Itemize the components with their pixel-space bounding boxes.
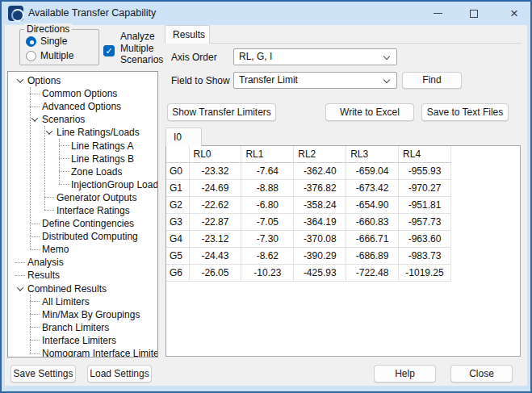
tree-item-advanced-options[interactable]: Advanced Options [8,100,157,113]
grid-cell[interactable]: -963.60 [399,230,451,247]
grid-cell[interactable]: -8.62 [241,247,294,264]
tree-item-line-ratings-b[interactable]: Line Ratings B [8,153,157,165]
grid-cell[interactable]: -654.90 [346,196,399,213]
find-button[interactable]: Find [402,72,462,89]
window-title: Available Transfer Capability [28,2,156,25]
tree-item-distributed-computing[interactable]: Distributed Computing [8,230,157,243]
chevron-down-icon[interactable] [29,114,40,125]
tree-item-branch-limiters[interactable]: Branch Limiters [8,321,157,334]
chevron-down-icon[interactable] [15,283,26,295]
grid-cell[interactable]: -362.40 [294,162,346,179]
tree-item-combined-results[interactable]: Combined Results [8,282,157,295]
grid-cell[interactable]: -376.82 [294,179,346,196]
tree-item-common-options[interactable]: Common Options [8,87,157,100]
grid-cell[interactable]: -970.27 [399,179,451,196]
tree-item-options[interactable]: Options [8,74,157,87]
write-to-excel-button[interactable]: Write to Excel [325,103,414,121]
show-transfer-limiters-button[interactable]: Show Transfer Limiters [167,103,276,121]
radio-multiple[interactable]: Multiple [26,50,73,61]
options-tree[interactable]: OptionsCommon OptionsAdvanced OptionsSce… [7,71,158,357]
grid-cell[interactable]: -666.71 [346,230,399,247]
grid-cell[interactable]: -10.23 [241,264,294,281]
save-to-text-files-button[interactable]: Save to Text Files [421,103,509,121]
radio-multiple-indicator[interactable] [26,51,36,61]
tree-item-line-ratings-loads[interactable]: Line Ratings/Loads [8,126,157,139]
tree-item-generator-outputs[interactable]: Generator Outputs [8,191,157,204]
tree-connector [58,166,69,178]
grid-cell[interactable]: -6.80 [241,196,294,213]
results-grid-container[interactable]: RL0RL1RL2RL3RL4G0-23.32-7.64-362.40-659.… [165,145,521,357]
help-button[interactable]: Help [374,365,436,383]
grid-cell[interactable]: -370.08 [294,230,346,247]
minimize-button[interactable] [425,2,450,25]
grid-cell[interactable]: -951.81 [399,196,451,213]
analyze-checkbox[interactable]: ✓ [103,45,115,56]
grid-cell[interactable]: -1019.25 [399,264,451,281]
radio-single[interactable]: Single [26,36,67,47]
grid-col-header[interactable]: RL1 [241,146,294,162]
tree-item-analysis[interactable]: Analysis [8,256,157,269]
chevron-down-icon[interactable] [15,75,26,86]
grid-cell[interactable]: -26.05 [189,264,241,281]
save-settings-button[interactable]: Save Settings [10,365,76,383]
grid-cell[interactable]: -23.12 [189,230,241,247]
grid-col-header[interactable]: RL2 [294,146,346,162]
tree-connector [29,309,40,320]
tab-i0[interactable]: I0 [165,128,202,146]
tree-item-interface-limiters[interactable]: Interface Limiters [8,334,157,347]
grid-col-header[interactable]: RL3 [346,146,399,162]
close-button[interactable]: Close [450,365,513,383]
tree-item-results[interactable]: Results [8,269,157,282]
grid-cell[interactable]: -686.89 [346,247,399,264]
grid-cell[interactable]: -22.87 [189,213,241,230]
tree-item-line-ratings-a[interactable]: Line Ratings A [8,139,157,152]
grid-row-header[interactable]: G0 [166,162,189,179]
grid-cell[interactable]: -673.42 [346,179,399,196]
grid-cell[interactable]: -722.48 [346,264,399,281]
grid-cell[interactable]: -7.30 [241,230,294,247]
grid-row-header[interactable]: G5 [166,247,189,264]
tree-item-memo[interactable]: Memo [8,243,157,256]
grid-col-header[interactable]: RL4 [399,146,451,162]
tree-item-min-max-by-groupings[interactable]: Min/Max By Groupings [8,308,157,321]
grid-cell[interactable]: -957.73 [399,213,451,230]
grid-cell[interactable]: -7.64 [241,162,294,179]
maximize-button[interactable] [461,2,487,25]
grid-row-header[interactable]: G6 [166,264,189,281]
title-bar[interactable]: Available Transfer Capability × [2,2,530,25]
grid-col-header[interactable]: RL0 [189,146,241,162]
grid-cell[interactable]: -7.05 [241,213,294,230]
radio-single-indicator[interactable] [26,36,36,47]
grid-cell[interactable]: -425.93 [294,264,346,281]
tree-item-injectiongroup-loads[interactable]: InjectionGroup Loads [8,178,157,191]
grid-cell[interactable]: -23.32 [189,162,241,179]
grid-cell[interactable]: -660.83 [346,213,399,230]
grid-cell[interactable]: -24.69 [189,179,241,196]
close-window-button[interactable]: × [501,2,527,25]
axis-order-select[interactable]: RL, G, I [233,48,397,65]
grid-cell[interactable]: -955.93 [399,162,451,179]
grid-row-header[interactable]: G4 [166,230,189,247]
tab-results[interactable]: Results [165,25,210,44]
grid-cell[interactable]: -390.29 [294,247,346,264]
grid-cell[interactable]: -22.62 [189,196,241,213]
grid-cell[interactable]: -364.19 [294,213,346,230]
grid-cell[interactable]: -983.73 [399,247,451,264]
table-row: G3-22.87-7.05-364.19-660.83-957.73 [166,213,451,230]
load-settings-button[interactable]: Load Settings [87,365,152,383]
grid-row-header[interactable]: G2 [166,196,189,213]
grid-row-header[interactable]: G1 [166,179,189,196]
grid-cell[interactable]: -8.88 [241,179,294,196]
tree-item-all-limiters[interactable]: All Limiters [8,295,157,308]
grid-row-header[interactable]: G3 [166,213,189,230]
tree-item-nomogram-interface-limiters[interactable]: Nomogram Interface Limiters [8,347,157,357]
grid-cell[interactable]: -659.04 [346,162,399,179]
tree-item-scenarios[interactable]: Scenarios [8,113,157,126]
chevron-down-icon[interactable] [44,127,55,138]
tree-item-zone-loads[interactable]: Zone Loads [8,165,157,178]
field-to-show-select[interactable]: Transfer Limit [233,72,397,89]
tree-item-interface-ratings[interactable]: Interface Ratings [8,204,157,217]
grid-cell[interactable]: -24.43 [189,247,241,264]
tree-item-define-contingencies[interactable]: Define Contingencies [8,217,157,230]
grid-cell[interactable]: -358.24 [294,196,346,213]
